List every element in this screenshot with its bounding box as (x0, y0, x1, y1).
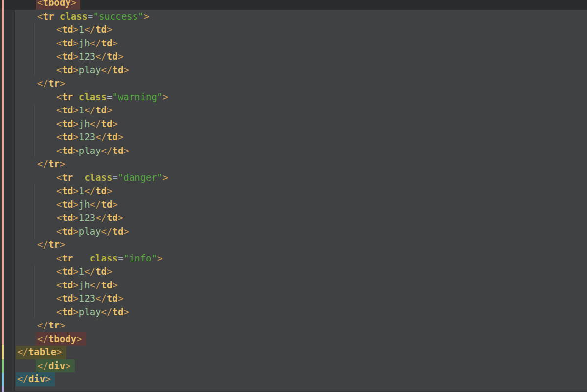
token-br: > (73, 145, 78, 156)
token-attr: class (79, 91, 107, 102)
code-line[interactable]: <td>123</td> (0, 131, 587, 144)
token-br: > (107, 266, 112, 277)
token-br: > (73, 118, 78, 129)
token-tag: td (107, 131, 118, 142)
token-br: > (112, 118, 117, 129)
token-tag: td (112, 145, 123, 156)
token-br: < (56, 253, 62, 263)
code-line[interactable]: <td>jh</td> (0, 198, 587, 212)
token-tag: tbody (43, 0, 70, 8)
token-eq: = (112, 172, 117, 183)
code-line[interactable]: <td>1</td> (0, 104, 587, 117)
token-br: < (56, 118, 62, 129)
code-line[interactable]: <td>123</td> (0, 211, 587, 225)
token-tag: td (107, 212, 118, 223)
token-br: </ (101, 145, 113, 156)
token-br: > (73, 105, 78, 115)
token-br: > (73, 293, 78, 304)
code-line[interactable]: </tbody> (0, 332, 587, 346)
token-br: > (60, 78, 65, 88)
token-br: < (56, 212, 62, 223)
tag-match-highlight-tbody: <tbody> (36, 0, 80, 10)
code-line[interactable]: <td>play</td> (0, 144, 587, 158)
token-eq: = (88, 11, 93, 22)
token-str: "warning" (112, 91, 162, 102)
token-txt: 1 (79, 105, 84, 115)
token-br: </ (37, 360, 48, 371)
token-br: < (56, 24, 62, 35)
token-br: </ (37, 239, 48, 250)
token-tag: div (28, 373, 45, 384)
token-tag: tr (48, 239, 60, 250)
code-line[interactable]: <td>1</td> (0, 184, 587, 198)
token-br: < (56, 185, 62, 196)
code-line[interactable]: </tr> (0, 77, 587, 90)
token-br: </ (84, 266, 95, 277)
code-line[interactable]: <td>jh</td> (0, 37, 587, 50)
code-line[interactable]: </tr> (0, 157, 587, 171)
token-tag: td (112, 65, 123, 75)
token-br: > (157, 253, 162, 263)
token-br: > (45, 373, 50, 384)
token-br: > (162, 172, 168, 183)
code-line[interactable]: </tr> (0, 319, 587, 332)
token-br: </ (37, 158, 48, 169)
code-line[interactable]: <td>jh</td> (0, 279, 587, 292)
token-str: "success" (93, 11, 143, 22)
token-br: </ (101, 226, 113, 237)
token-br: > (73, 185, 78, 196)
code-line[interactable]: <td>play</td> (0, 225, 587, 239)
token-br: > (162, 91, 168, 102)
token-tag: tr (62, 253, 73, 263)
token-br: </ (84, 105, 95, 115)
code-line[interactable]: <td>1</td> (0, 23, 587, 37)
code-line[interactable]: <td>play</td> (0, 64, 587, 77)
token-br: > (123, 226, 129, 237)
token-tag: td (101, 38, 113, 48)
code-line[interactable]: <tr class="warning"> (0, 90, 587, 104)
code-line[interactable]: </div> (0, 359, 587, 373)
tag-match-highlight-tbody: </tbody> (36, 332, 86, 346)
code-line[interactable]: </table> (0, 346, 587, 359)
token-str: "danger" (118, 172, 163, 183)
token-br: > (123, 65, 129, 75)
code-area[interactable]: <tbody><tr class="success"><td>1</td><td… (0, 0, 587, 386)
token-tag: td (62, 293, 73, 304)
code-line[interactable]: </tr> (0, 238, 587, 252)
token-br: < (56, 91, 62, 102)
code-line[interactable]: <td>jh</td> (0, 117, 587, 131)
code-line[interactable]: <td>play</td> (0, 305, 587, 319)
token-tag: td (107, 293, 118, 304)
token-br: > (73, 24, 78, 35)
code-line[interactable]: <tr class="danger"> (0, 171, 587, 185)
token-tag: td (62, 118, 73, 129)
code-line[interactable]: <td>123</td> (0, 292, 587, 305)
token-br: > (123, 306, 129, 317)
code-editor-window: <tbody><tr class="success"><td>1</td><td… (0, 0, 587, 392)
token-br: > (73, 199, 78, 210)
token-br: </ (95, 212, 107, 223)
token-br: > (118, 131, 123, 142)
code-line-caret-row[interactable]: <tbody> (0, 0, 587, 10)
token-br: </ (95, 293, 107, 304)
code-line[interactable]: <td>1</td> (0, 265, 587, 279)
code-line[interactable]: <tr class="info"> (0, 252, 587, 265)
token-tag: td (101, 280, 113, 290)
token-txt: jh (79, 199, 90, 210)
token-br: > (60, 320, 65, 330)
token-tag: td (62, 38, 73, 48)
token-br: < (56, 280, 62, 290)
token-br: < (37, 0, 43, 8)
token-tag: tr (62, 172, 73, 183)
token-txt: 1 (79, 24, 84, 35)
token-br: > (112, 280, 117, 290)
token-txt: 123 (79, 212, 95, 223)
token-plain (54, 11, 59, 22)
token-tag: tr (48, 320, 60, 330)
token-br: </ (90, 199, 101, 210)
code-line[interactable]: </div> (0, 372, 587, 386)
code-line[interactable]: <tr class="success"> (0, 10, 587, 23)
token-br: > (118, 212, 123, 223)
token-br: > (107, 24, 112, 35)
code-line[interactable]: <td>123</td> (0, 50, 587, 64)
